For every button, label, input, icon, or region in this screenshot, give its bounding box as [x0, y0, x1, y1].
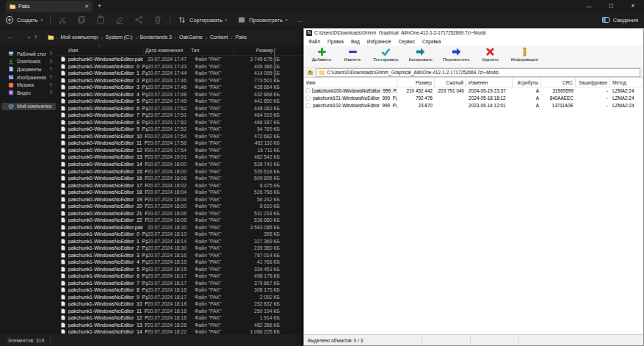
more-options-button[interactable]: …: [292, 17, 308, 24]
file-row[interactable]: pakchunk0-WindowsNoEditor_7_P.pak20.07.2…: [57, 112, 303, 119]
file-row[interactable]: pakchunk0-WindowsNoEditor_11_P.pak20.07.…: [57, 140, 303, 147]
minimize-button[interactable]: —: [578, 0, 600, 12]
column-header-date[interactable]: Дата изменения: [144, 47, 189, 54]
file-row[interactable]: pakchunk0-WindowsNoEditor_13_P.pak20.07.…: [57, 154, 303, 161]
archive-row[interactable]: pakchunk100-WindowsNoEditor_999_P.pak210…: [304, 87, 643, 95]
file-row[interactable]: pakchunk1-WindowsNoEditor_11_P.pak20.07.…: [57, 308, 303, 315]
file-row[interactable]: pakchunk0-WindowsNoEditor_2_P.pak20.07.2…: [57, 77, 303, 84]
file-row[interactable]: pakchunk1-WindowsNoEditor_9_P.pak20.07.2…: [57, 294, 303, 301]
archive-column-header-5[interactable]: CRC: [541, 78, 576, 87]
new-button[interactable]: Создать ▾: [0, 15, 48, 24]
delete-button[interactable]: Удалить: [480, 47, 501, 62]
up-button[interactable]: ↑: [35, 34, 37, 40]
file-row[interactable]: pakchunk1-WindowsNoEditor_8_P.pak20.07.2…: [57, 286, 303, 294]
file-row[interactable]: pakchunk0-WindowsNoEditor_17_P.pak20.07.…: [57, 181, 303, 189]
file-row[interactable]: pakchunk1-WindowsNoEditor_5_P.pak20.07.2…: [57, 265, 303, 273]
file-row[interactable]: pakchunk0-WindowsNoEditor.pak20.07.2024 …: [57, 56, 303, 63]
file-row[interactable]: pakchunk1-WindowsNoEditor_7_P.pak20.07.2…: [57, 280, 303, 287]
move-button[interactable]: Переместить: [443, 47, 470, 62]
file-row[interactable]: pakchunk1-WindowsNoEditor_10_P.pak20.07.…: [57, 300, 303, 308]
sidebar-item-documents[interactable]: Документы: [1, 65, 56, 73]
file-row[interactable]: pakchunk0-WindowsNoEditor_20_P.pak20.07.…: [57, 203, 303, 210]
file-row[interactable]: pakchunk1-WindowsNoEditor_12_P.pak20.07.…: [57, 314, 303, 322]
file-row[interactable]: pakchunk1-WindowsNoEditor_6_P.pak20.07.2…: [57, 273, 303, 280]
paste-button[interactable]: [91, 15, 110, 24]
file-row[interactable]: pakchunk0-WindowsNoEditor_14_P.pak20.07.…: [57, 161, 303, 168]
maximize-button[interactable]: ▢: [600, 0, 622, 12]
file-row[interactable]: pakchunk0-WindowsNoEditor_8_P.pak20.07.2…: [57, 119, 303, 126]
sidebar-item-music[interactable]: ♪Музыка: [1, 81, 56, 89]
sort-button[interactable]: Сортировать ▾: [173, 15, 232, 24]
archive-column-header-0[interactable]: Имя: [304, 78, 397, 87]
file-row[interactable]: pakchunk0-WindowsNoEditor_19_P.pak20.07.…: [57, 195, 303, 203]
file-row[interactable]: pakchunk0-WindowsNoEditor_1_P.pak20.07.2…: [57, 70, 303, 77]
menu-item-сервис[interactable]: Сервис: [399, 39, 415, 44]
scrollbar-thumb[interactable]: [274, 48, 275, 79]
file-row[interactable]: pakchunk0-WindowsNoEditor_22_P.pak20.07.…: [57, 217, 303, 224]
column-header-size[interactable]: Размер: [234, 47, 275, 54]
file-row[interactable]: pakchunk0-WindowsNoEditor_15_P.pak20.07.…: [57, 167, 303, 175]
file-row[interactable]: pakchunk1-WindowsNoEditor_13_P.pak20.07.…: [57, 322, 303, 329]
archive-path-field[interactable]: C:\Users\D\Downloads\Grimm_Graphical_All…: [316, 68, 640, 77]
menu-item-правка[interactable]: Правка: [328, 39, 344, 44]
sidebar-item-downloads[interactable]: Downloads: [1, 58, 56, 66]
file-row[interactable]: pakchunk0-WindowsNoEditor_16_P.pak20.07.…: [57, 175, 303, 182]
file-row[interactable]: pakchunk1-WindowsNoEditor_4_P.pak20.07.2…: [57, 259, 303, 266]
breadcrumb-item[interactable]: Content: [210, 35, 228, 40]
breadcrumb-item[interactable]: OakGame: [179, 35, 203, 40]
recent-locations-chevron[interactable]: ▾: [28, 35, 30, 40]
breadcrumb-item[interactable]: Paks: [235, 35, 247, 40]
archive-row[interactable]: pakchunk102-WindowsNoEditor_999_P.pak23 …: [304, 101, 643, 109]
archive-column-header-4[interactable]: Атрибуты: [513, 78, 541, 87]
close-button[interactable]: ✕: [622, 0, 644, 12]
file-row[interactable]: pakchunk0-WindowsNoEditor_6_P.pak20.07.2…: [57, 105, 303, 112]
sidebar-item-pictures[interactable]: Изображения: [1, 73, 56, 82]
file-row[interactable]: pakchunk0-WindowsNoEditor_10_P.pak20.07.…: [57, 133, 303, 140]
up-one-level-icon[interactable]: [307, 69, 314, 76]
file-row[interactable]: pakchunk1-WindowsNoEditor.pak20.07.2024 …: [57, 223, 303, 231]
archive-column-header-2[interactable]: Сжатый: [435, 78, 466, 87]
breadcrumb-item[interactable]: System (C:): [105, 35, 132, 40]
sidebar-item-computer[interactable]: Мой компьютер: [1, 103, 56, 111]
archive-column-header-3[interactable]: Изменен: [466, 78, 513, 87]
add-button[interactable]: Добавить: [311, 47, 332, 62]
rename-button[interactable]: [110, 15, 129, 24]
sidebar-item-desktop[interactable]: Рабочий стол: [1, 50, 56, 58]
file-row[interactable]: pakchunk0-WindowsNoEditor_3_P.pak20.07.2…: [57, 84, 303, 91]
archive-row[interactable]: pakchunk101-WindowsNoEditor_999_P.pak792…: [304, 95, 643, 102]
info-button[interactable]: Информация: [511, 47, 538, 62]
forward-button[interactable]: →: [18, 34, 23, 40]
copy-button[interactable]: [72, 15, 91, 24]
breadcrumb-item[interactable]: Мой компьютер: [61, 35, 98, 40]
file-row[interactable]: pakchunk0-WindowsNoEditor_21_P.pak20.07.…: [57, 209, 303, 217]
menu-item-файл[interactable]: Файл: [308, 39, 320, 44]
details-pane-button[interactable]: Сведения: [601, 12, 638, 28]
file-row[interactable]: pakchunk1-WindowsNoEditor_1_P.pak20.07.2…: [57, 237, 303, 245]
explorer-tab[interactable]: Paks ✕: [6, 1, 93, 12]
extract-button[interactable]: Извлечь: [342, 47, 363, 62]
new-tab-button[interactable]: +: [98, 1, 101, 12]
menu-item-избранное[interactable]: Избранное: [367, 39, 391, 44]
archive-column-header-6[interactable]: Зашифрован: [576, 78, 610, 87]
file-row[interactable]: pakchunk0-WindowsNoEditor_4_P.pak20.07.2…: [57, 91, 303, 98]
file-row[interactable]: pakchunk0-WindowsNoEditor_12_P.pak20.07.…: [57, 147, 303, 154]
delete-button[interactable]: [148, 15, 167, 24]
archive-column-header-7[interactable]: Метод: [610, 78, 643, 87]
sidebar-item-video[interactable]: Видео: [1, 89, 56, 97]
file-row[interactable]: pakchunk1-WindowsNoEditor_2_P.pak20.07.2…: [57, 245, 303, 252]
file-row[interactable]: pakchunk1-WindowsNoEditor_3_P.pak20.07.2…: [57, 251, 303, 259]
file-row[interactable]: pakchunk0-WindowsNoEditor_5_P.pak20.07.2…: [57, 98, 303, 105]
test-button[interactable]: Тестировать: [373, 47, 399, 62]
back-button[interactable]: ←: [7, 34, 13, 40]
file-row[interactable]: pakchunk0-WindowsNoEditor_18_P.pak20.07.…: [57, 189, 303, 196]
cut-button[interactable]: [53, 15, 72, 24]
share-button[interactable]: [129, 15, 148, 24]
menu-item-справка[interactable]: Справка: [422, 39, 441, 44]
file-row[interactable]: pakchunk0-WindowsNoEditor_0_P.pak20.07.2…: [57, 63, 303, 71]
view-button[interactable]: Просмотреть ▾: [232, 15, 292, 24]
column-header-type[interactable]: Тип: [189, 47, 234, 54]
archive-column-header-1[interactable]: Размер: [397, 78, 435, 87]
tab-close-icon[interactable]: ✕: [84, 4, 89, 9]
file-row[interactable]: pakchunk0-WindowsNoEditor_9_P.pak20.07.2…: [57, 126, 303, 133]
breadcrumb-item[interactable]: Borderlands 3: [140, 35, 172, 40]
